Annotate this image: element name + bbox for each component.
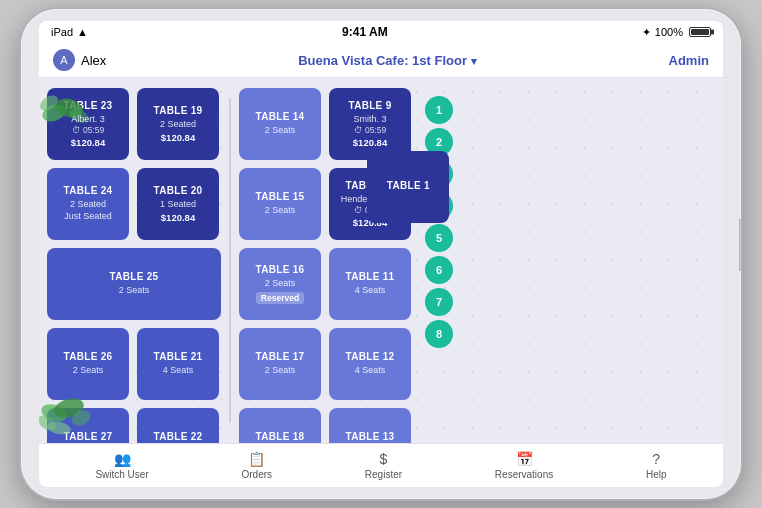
header-title[interactable]: Buena Vista Cafe: 1st Floor ▾ [298, 53, 476, 68]
battery-pct-label: 100% [655, 26, 683, 38]
floor-area: TABLE 23 Albert. 3 ⏱ 05:59 $120.84 TABLE… [39, 78, 723, 443]
right-table-group: TABLE 14 2 Seats TABLE 9 Smith. 3 ⏱ 05:5… [239, 88, 411, 433]
admin-button[interactable]: Admin [669, 53, 709, 68]
table-9[interactable]: TABLE 9 Smith. 3 ⏱ 05:59 $120.84 [329, 88, 411, 160]
switch-user-icon: 👥 [114, 451, 131, 467]
status-bar: iPad ▲ 9:41 AM ✦ 100% [39, 21, 723, 43]
floor-number-buttons: 1 2 3 4 5 6 7 8 [419, 88, 459, 433]
floor-btn-8[interactable]: 8 [425, 320, 453, 348]
nav-orders[interactable]: 📋 Orders [242, 451, 273, 480]
app-header: A Alex Buena Vista Cafe: 1st Floor ▾ Adm… [39, 43, 723, 78]
nav-help[interactable]: ? Help [646, 451, 667, 480]
table-17[interactable]: TABLE 17 2 Seats [239, 328, 321, 400]
nav-switch-user[interactable]: 👥 Switch User [95, 451, 148, 480]
table-27[interactable]: TABLE 27 5 Seats [47, 408, 129, 443]
table-26[interactable]: TABLE 26 2 Seats [47, 328, 129, 400]
right-row-3: TABLE 16 2 Seats Reserved TABLE 11 4 Sea… [239, 248, 411, 320]
right-row-1: TABLE 14 2 Seats TABLE 9 Smith. 3 ⏱ 05:5… [239, 88, 411, 160]
status-right: ✦ 100% [642, 26, 711, 39]
right-row-4: TABLE 17 2 Seats TABLE 12 4 Seats [239, 328, 411, 400]
nav-switch-user-label: Switch User [95, 469, 148, 480]
power-button[interactable] [739, 219, 741, 271]
table-11[interactable]: TABLE 11 4 Seats [329, 248, 411, 320]
ipad-label: iPad [51, 26, 73, 38]
table-24[interactable]: TABLE 24 2 Seated Just Seated [47, 168, 129, 240]
left-row-2: TABLE 24 2 Seated Just Seated TABLE 20 1… [47, 168, 221, 240]
floor-map: TABLE 23 Albert. 3 ⏱ 05:59 $120.84 TABLE… [39, 78, 723, 443]
floor-btn-5[interactable]: 5 [425, 224, 453, 252]
floor-btn-1[interactable]: 1 [425, 96, 453, 124]
chevron-down-icon[interactable]: ▾ [471, 55, 477, 67]
bottom-navigation: 👥 Switch User 📋 Orders $ Register 📅 Rese… [39, 443, 723, 487]
table-14[interactable]: TABLE 14 2 Seats [239, 88, 321, 160]
nav-register[interactable]: $ Register [365, 451, 402, 480]
floor-btn-6[interactable]: 6 [425, 256, 453, 284]
nav-reservations-label: Reservations [495, 469, 553, 480]
status-time: 9:41 AM [342, 25, 388, 39]
table-1[interactable]: TABLE 1 [367, 151, 449, 223]
floor-selector[interactable]: 1st Floor ▾ [412, 53, 477, 68]
table-19[interactable]: TABLE 19 2 Seated $120.84 [137, 88, 219, 160]
nav-reservations[interactable]: 📅 Reservations [495, 451, 553, 480]
reserved-badge: Reserved [256, 292, 304, 304]
table-12[interactable]: TABLE 12 4 Seats [329, 328, 411, 400]
left-row-3: TABLE 25 2 Seats [47, 248, 221, 320]
table-23[interactable]: TABLE 23 Albert. 3 ⏱ 05:59 $120.84 [47, 88, 129, 160]
table-21[interactable]: TABLE 21 4 Seats [137, 328, 219, 400]
right-row-5: TABLE 18 5 Seats TABLE 13 4 Seats [239, 408, 411, 443]
floor-btn-7[interactable]: 7 [425, 288, 453, 316]
section-divider [229, 98, 231, 423]
left-row-4: TABLE 26 2 Seats TABLE 21 4 Seats [47, 328, 221, 400]
left-row-1: TABLE 23 Albert. 3 ⏱ 05:59 $120.84 TABLE… [47, 88, 221, 160]
table-16[interactable]: TABLE 16 2 Seats Reserved [239, 248, 321, 320]
table-22[interactable]: TABLE 22 4 Seats [137, 408, 219, 443]
register-icon: $ [380, 451, 388, 467]
nav-orders-label: Orders [242, 469, 273, 480]
table-20[interactable]: TABLE 20 1 Seated $120.84 [137, 168, 219, 240]
nav-register-label: Register [365, 469, 402, 480]
ipad-frame: iPad ▲ 9:41 AM ✦ 100% A Alex Buena Vista… [21, 9, 741, 499]
nav-help-label: Help [646, 469, 667, 480]
table-13[interactable]: TABLE 13 4 Seats [329, 408, 411, 443]
help-icon: ? [652, 451, 660, 467]
bluetooth-icon: ✦ [642, 26, 651, 39]
header-user[interactable]: A Alex [53, 49, 106, 71]
table-18[interactable]: TABLE 18 5 Seats [239, 408, 321, 443]
status-left: iPad ▲ [51, 26, 88, 38]
screen: iPad ▲ 9:41 AM ✦ 100% A Alex Buena Vista… [39, 21, 723, 487]
table-1-container: TABLE 1 [367, 151, 449, 223]
orders-icon: 📋 [248, 451, 265, 467]
battery-icon [689, 27, 711, 37]
left-table-group: TABLE 23 Albert. 3 ⏱ 05:59 $120.84 TABLE… [47, 88, 221, 433]
reservations-icon: 📅 [516, 451, 533, 467]
user-name-label: Alex [81, 53, 106, 68]
table-25[interactable]: TABLE 25 2 Seats [47, 248, 221, 320]
wifi-icon: ▲ [77, 26, 88, 38]
left-row-5: TABLE 27 5 Seats TABLE 22 4 Seats [47, 408, 221, 443]
avatar: A [53, 49, 75, 71]
cafe-name: Buena Vista Cafe: [298, 53, 408, 68]
table-15[interactable]: TABLE 15 2 Seats [239, 168, 321, 240]
